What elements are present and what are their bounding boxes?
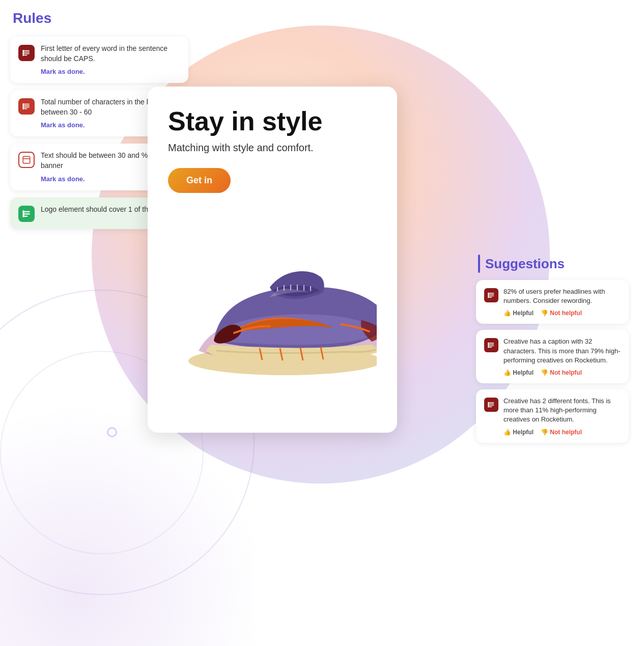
suggestion-text-3: Creative has 2 different fonts. This is … (503, 397, 621, 425)
svg-rect-8 (23, 108, 27, 109)
banner-cta-button[interactable]: Get in (168, 168, 231, 193)
banner-card: Stay in style Matching with style and co… (148, 87, 397, 433)
not-helpful-button-2[interactable]: 👎 Not helpful (541, 369, 582, 376)
svg-rect-30 (489, 346, 494, 346)
rule-action-3[interactable]: Mark as done. (41, 175, 85, 183)
svg-rect-36 (489, 406, 492, 407)
not-helpful-button-1[interactable]: 👎 Not helpful (541, 310, 582, 317)
suggestion-content-3: Creative has 2 different fonts. This is … (503, 397, 621, 436)
suggestion-text-2: Creative has a caption with 32 character… (503, 337, 621, 365)
svg-rect-7 (23, 107, 30, 108)
banner-shoe-image (168, 208, 377, 381)
svg-rect-31 (489, 347, 492, 348)
svg-rect-25 (489, 296, 494, 296)
suggestions-panel: Suggestions 82% of users prefer headline… (476, 255, 629, 449)
not-helpful-button-3[interactable]: 👎 Not helpful (541, 429, 582, 436)
svg-rect-5 (23, 104, 30, 105)
suggestion-content-2: Creative has a caption with 32 character… (503, 337, 621, 376)
suggestion-actions-2: 👍 Helpful 👎 Not helpful (503, 369, 621, 376)
svg-rect-28 (489, 343, 494, 344)
rule-card-1: First letter of every word in the senten… (10, 37, 188, 83)
suggestion-actions-1: 👍 Helpful 👎 Not helpful (503, 310, 621, 317)
rule-icon-3 (18, 152, 35, 168)
rule-content-1: First letter of every word in the senten… (41, 44, 180, 76)
svg-rect-32 (488, 343, 489, 348)
helpful-button-1[interactable]: 👍 Helpful (503, 310, 534, 317)
rules-title: Rules (10, 10, 188, 26)
svg-rect-2 (23, 53, 30, 54)
svg-rect-24 (489, 294, 494, 295)
suggestion-card-3: Creative has 2 different fonts. This is … (476, 389, 629, 443)
helpful-button-3[interactable]: 👍 Helpful (503, 429, 534, 436)
svg-rect-34 (489, 404, 494, 404)
suggestions-title: Suggestions (485, 256, 565, 272)
suggestion-actions-3: 👍 Helpful 👎 Not helpful (503, 429, 621, 436)
svg-rect-23 (489, 293, 494, 293)
suggestion-icon-3 (484, 398, 498, 412)
rule-icon-1 (18, 45, 35, 61)
suggestion-card-1: 82% of users prefer headlines with numbe… (476, 280, 629, 324)
svg-rect-4 (23, 50, 24, 56)
rule-icon-2 (18, 98, 35, 115)
svg-rect-10 (23, 157, 30, 164)
rule-action-1[interactable]: Mark as done. (41, 68, 85, 75)
bg-circle-small (107, 427, 117, 437)
suggestions-divider (478, 255, 480, 273)
svg-rect-37 (488, 402, 489, 408)
banner-headline: Stay in style (168, 107, 377, 136)
rule-icon-4 (18, 206, 35, 222)
suggestion-text-1: 82% of users prefer headlines with numbe… (503, 287, 621, 305)
suggestion-card-2: Creative has a caption with 32 character… (476, 330, 629, 383)
svg-rect-35 (489, 405, 494, 406)
svg-rect-27 (488, 293, 489, 298)
svg-rect-6 (23, 105, 30, 106)
rule-text-1: First letter of every word in the senten… (41, 44, 180, 64)
svg-rect-29 (489, 344, 494, 345)
svg-rect-1 (23, 52, 30, 53)
helpful-button-2[interactable]: 👍 Helpful (503, 369, 534, 376)
suggestions-header: Suggestions (476, 255, 629, 273)
banner-subtext: Matching with style and comfort. (168, 142, 377, 154)
svg-rect-26 (489, 297, 492, 297)
svg-rect-0 (23, 50, 30, 51)
suggestion-icon-2 (484, 338, 498, 352)
suggestion-icon-1 (484, 288, 498, 302)
svg-rect-33 (489, 402, 494, 403)
suggestions-list: 82% of users prefer headlines with numbe… (476, 280, 629, 443)
svg-rect-15 (23, 210, 24, 217)
shoe-svg (168, 208, 377, 376)
suggestion-content-1: 82% of users prefer headlines with numbe… (503, 287, 621, 317)
svg-rect-9 (23, 103, 24, 109)
rule-action-2[interactable]: Mark as done. (41, 121, 85, 129)
svg-rect-3 (23, 55, 27, 56)
